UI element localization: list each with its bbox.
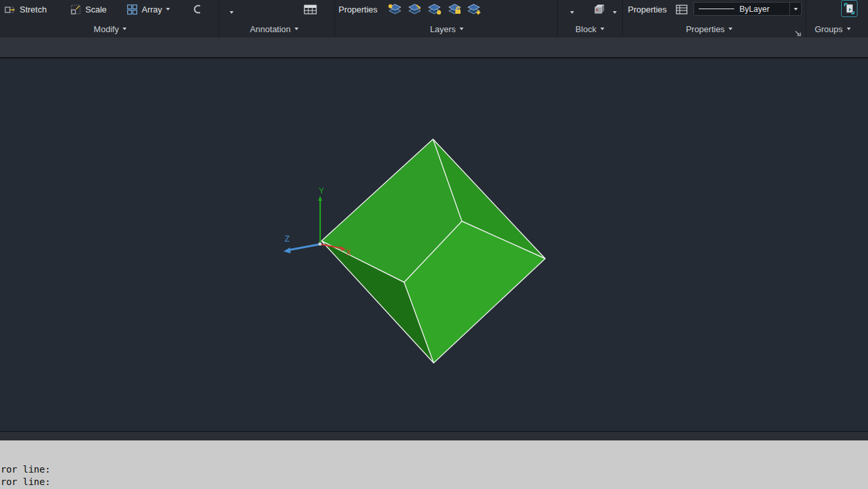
layer-tool-3-button[interactable]: [426, 1, 442, 17]
layer-freeze-icon: [466, 3, 482, 16]
layer-match-icon: [407, 3, 423, 16]
chevron-down-icon: [846, 28, 850, 30]
panel-separator: [218, 0, 219, 37]
panel-separator: [622, 0, 623, 37]
ucs-icon[interactable]: Y X Z: [283, 186, 351, 257]
panel-separator: [557, 0, 558, 37]
stretch-button[interactable]: Stretch: [4, 1, 47, 18]
command-line-area[interactable]: ror line: ror line:: [0, 440, 868, 489]
table-button[interactable]: [304, 1, 317, 17]
insert-block-button[interactable]: [592, 1, 607, 17]
fillet-button[interactable]: [190, 1, 202, 17]
layer-lock-icon: [447, 3, 463, 16]
scale-label: Scale: [85, 5, 107, 14]
panel-title-annotation[interactable]: Annotation: [250, 22, 299, 36]
panel-modify-label: Modify: [94, 24, 119, 34]
ucs-y-label: Y: [319, 186, 324, 196]
fillet-arc-icon: [190, 4, 202, 14]
viewport-bottom-band: [0, 431, 868, 440]
ucs-y-arrow: [318, 196, 322, 201]
command-history-line: ror line:: [1, 476, 868, 488]
properties-list-icon: [676, 5, 688, 14]
group-selection-icon: [844, 3, 855, 15]
ucs-z-label: Z: [285, 234, 289, 244]
insert-block-icon: [592, 3, 607, 15]
properties-list-button[interactable]: [676, 1, 688, 17]
panel-groups-label: Groups: [815, 24, 843, 34]
octahedron-solid[interactable]: [321, 139, 545, 363]
layer-properties-label: Properties: [339, 5, 377, 14]
autocad-window: Stretch Scale Array: [0, 0, 868, 489]
panel-title-modify[interactable]: Modify: [94, 22, 127, 36]
panel-title-layers[interactable]: Layers: [430, 22, 463, 36]
insert-block-chevron[interactable]: [613, 5, 617, 20]
layer-tool-4-button[interactable]: [447, 1, 463, 17]
block-split-button[interactable]: [570, 5, 574, 20]
layer-tool-2-button[interactable]: [407, 1, 423, 17]
command-history-line: ror line:: [1, 463, 868, 476]
panel-title-block[interactable]: Block: [575, 22, 604, 36]
linetype-value: ByLayer: [739, 5, 789, 14]
ucs-x-label: X: [346, 248, 351, 257]
panel-block-label: Block: [575, 24, 596, 34]
properties-group-label: Properties: [628, 5, 667, 14]
layer-isolate-icon: [426, 3, 442, 16]
array-label: Array: [142, 5, 162, 14]
dialog-launcher-icon: [794, 30, 801, 37]
linetype-select[interactable]: ByLayer: [693, 2, 802, 16]
layer-tool-1-button[interactable]: [387, 1, 403, 17]
panel-layers-label: Layers: [430, 24, 455, 34]
array-icon: [127, 4, 138, 15]
array-button[interactable]: Array: [127, 1, 170, 18]
scale-button[interactable]: Scale: [70, 1, 107, 18]
chevron-down-icon: [123, 28, 127, 30]
panel-title-groups[interactable]: Groups: [815, 22, 851, 36]
ribbon: Stretch Scale Array: [0, 0, 868, 37]
group-selection-button[interactable]: [841, 0, 858, 17]
scale-icon: [70, 4, 81, 15]
chevron-down-icon: [729, 28, 733, 30]
ucs-origin-marker: [319, 243, 322, 246]
model-space-svg[interactable]: Y X Z: [0, 58, 868, 431]
chevron-down-icon: [613, 11, 617, 14]
layer-sun-icon: [387, 3, 403, 16]
chevron-down-icon: [295, 28, 299, 30]
linetype-sample-line: [699, 9, 734, 9]
panel-separator: [806, 0, 806, 37]
panel-annotation-label: Annotation: [250, 24, 291, 34]
array-chevron-down-icon[interactable]: [166, 8, 170, 11]
panel-title-properties[interactable]: Properties: [686, 22, 732, 36]
linetype-dropdown-button[interactable]: [789, 3, 801, 15]
stretch-icon: [4, 4, 16, 15]
chevron-down-icon: [460, 28, 464, 30]
ucs-z-arrow: [283, 247, 291, 253]
drawing-canvas[interactable]: Y X Z: [0, 58, 868, 431]
table-icon: [304, 5, 317, 14]
properties-group-button[interactable]: Properties: [628, 1, 667, 18]
chevron-down-icon: [230, 11, 234, 14]
chevron-down-icon: [794, 8, 798, 11]
panel-properties-label: Properties: [686, 24, 724, 34]
ucs-z-axis: [289, 244, 320, 250]
panel-separator: [335, 0, 335, 37]
layer-properties-button[interactable]: Properties: [339, 1, 377, 18]
annotation-split-button[interactable]: [230, 5, 234, 20]
chevron-down-icon: [570, 11, 574, 14]
stretch-label: Stretch: [20, 5, 47, 14]
layer-tool-5-button[interactable]: [466, 1, 482, 17]
chevron-down-icon: [600, 28, 604, 30]
drawing-tab-strip: [0, 37, 868, 58]
